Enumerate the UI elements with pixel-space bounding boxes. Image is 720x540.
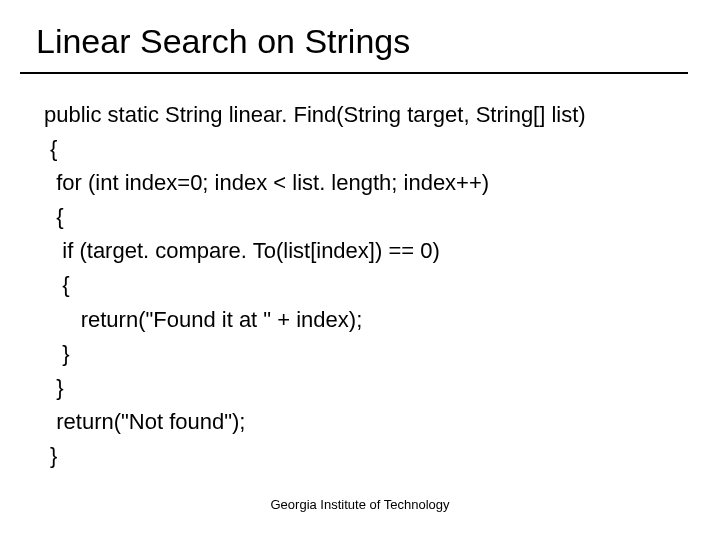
- code-line: }: [44, 375, 64, 400]
- title-underline: [20, 72, 688, 74]
- code-line: {: [44, 136, 57, 161]
- code-line: return("Found it at " + index);: [44, 307, 362, 332]
- code-line: return("Not found");: [44, 409, 245, 434]
- code-line: }: [44, 341, 70, 366]
- code-line: {: [44, 204, 64, 229]
- code-line: {: [44, 272, 70, 297]
- code-line: public static String linear. Find(String…: [44, 102, 586, 127]
- slide-title: Linear Search on Strings: [36, 22, 410, 61]
- code-line: for (int index=0; index < list. length; …: [44, 170, 489, 195]
- slide: Linear Search on Strings public static S…: [0, 0, 720, 540]
- code-line: }: [44, 443, 57, 468]
- footer-text: Georgia Institute of Technology: [0, 497, 720, 512]
- code-line: if (target. compare. To(list[index]) == …: [44, 238, 440, 263]
- code-block: public static String linear. Find(String…: [44, 98, 586, 473]
